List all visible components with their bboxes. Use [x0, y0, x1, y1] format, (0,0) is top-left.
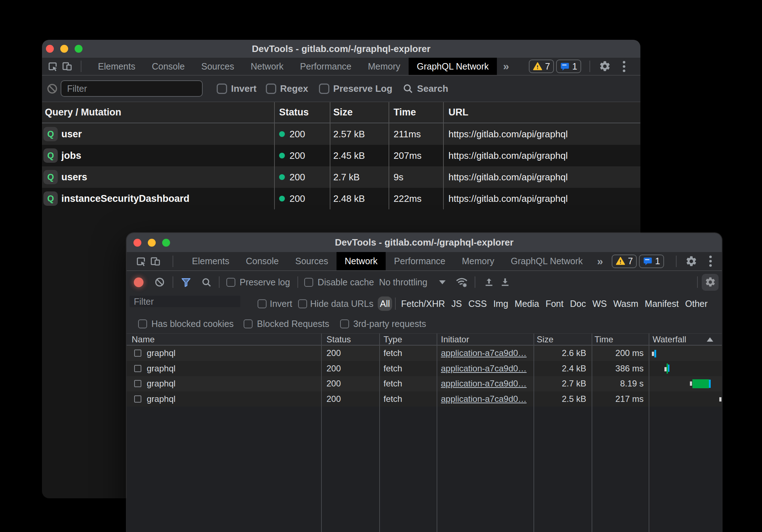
- col-time[interactable]: Time: [592, 334, 649, 345]
- clear-icon[interactable]: [47, 83, 58, 94]
- col-size[interactable]: Size: [533, 334, 592, 345]
- col-status[interactable]: Status: [321, 334, 379, 345]
- time-value: 9s: [389, 166, 443, 188]
- clear-network-log-icon[interactable]: [155, 277, 165, 287]
- tab-sources[interactable]: Sources: [287, 252, 337, 270]
- filter-chip-css[interactable]: CSS: [468, 299, 486, 309]
- filter-chip-manifest[interactable]: Manifest: [645, 299, 678, 309]
- filter-chip-fetch-xhr[interactable]: Fetch/XHR: [401, 299, 445, 309]
- tab-network[interactable]: Network: [243, 58, 292, 75]
- chevron-down-icon[interactable]: [439, 280, 446, 284]
- tab-graphql-network[interactable]: GraphQL Network: [503, 252, 591, 270]
- initiator-link[interactable]: application-a7ca9d0…: [441, 348, 527, 358]
- import-har-icon[interactable]: [484, 277, 494, 288]
- throttling-select[interactable]: No throttling: [379, 277, 427, 288]
- tab-memory[interactable]: Memory: [453, 252, 502, 270]
- tab-console[interactable]: Console: [237, 252, 287, 270]
- col-name[interactable]: Name: [127, 334, 321, 345]
- filter-chip-img[interactable]: Img: [493, 299, 508, 309]
- blocked-requests-checkbox[interactable]: [244, 319, 253, 328]
- filter-chip-all[interactable]: All: [378, 296, 392, 311]
- row-checkbox[interactable]: [134, 395, 141, 403]
- invert-checkbox[interactable]: [258, 299, 267, 308]
- menu-kebab-icon[interactable]: [709, 256, 712, 267]
- inspect-element-icon[interactable]: [47, 61, 58, 72]
- back-filter-input[interactable]: Filter: [61, 80, 203, 97]
- table-row[interactable]: Qjobs 200 2.45 kB 207ms https://gitlab.c…: [42, 145, 640, 166]
- back-titlebar[interactable]: DevTools - gitlab.com/-/graphql-explorer: [42, 40, 640, 58]
- initiator-link[interactable]: application-a7ca9d0…: [441, 364, 527, 374]
- tab-performance[interactable]: Performance: [292, 58, 359, 75]
- url-value: https://gitlab.com/api/graphql: [443, 123, 640, 145]
- request-row[interactable]: graphql 200 fetch application-a7ca9d0… 2…: [127, 391, 722, 407]
- filter-icon[interactable]: [180, 277, 192, 288]
- sort-ascending-icon: [707, 337, 713, 342]
- device-toolbar-icon[interactable]: [150, 256, 161, 267]
- inspect-element-icon[interactable]: [136, 256, 146, 267]
- filter-chip-doc[interactable]: Doc: [570, 299, 586, 309]
- tab-network[interactable]: Network: [337, 252, 386, 270]
- tab-performance[interactable]: Performance: [386, 252, 453, 270]
- front-issues-badge[interactable]: 1: [639, 255, 664, 268]
- hide-data-urls-checkbox[interactable]: [298, 299, 307, 308]
- filter-chip-other[interactable]: Other: [685, 299, 708, 309]
- col-time[interactable]: Time: [389, 102, 443, 123]
- regex-checkbox[interactable]: [266, 84, 276, 94]
- has-blocked-cookies-checkbox[interactable]: [138, 319, 147, 328]
- col-type[interactable]: Type: [379, 334, 437, 345]
- network-conditions-icon[interactable]: [455, 276, 468, 289]
- row-checkbox[interactable]: [134, 365, 141, 372]
- tab-sources[interactable]: Sources: [193, 58, 243, 75]
- col-status[interactable]: Status: [274, 102, 330, 123]
- network-filter-input[interactable]: Filter: [130, 296, 240, 307]
- col-query-mutation[interactable]: Query / Mutation: [42, 102, 274, 123]
- third-party-requests-checkbox[interactable]: [340, 319, 349, 328]
- request-row[interactable]: graphql 200 fetch application-a7ca9d0… 2…: [127, 346, 722, 361]
- col-url[interactable]: URL: [443, 102, 640, 123]
- network-settings-button[interactable]: [702, 274, 719, 291]
- blocked-requests-label: Blocked Requests: [257, 319, 329, 329]
- tab-graphql-network[interactable]: GraphQL Network: [409, 58, 497, 75]
- request-row[interactable]: graphql 200 fetch application-a7ca9d0… 2…: [127, 361, 722, 376]
- initiator-link[interactable]: application-a7ca9d0…: [441, 394, 527, 404]
- device-toolbar-icon[interactable]: [62, 61, 72, 72]
- front-warnings-badge[interactable]: 7: [612, 255, 637, 268]
- record-button[interactable]: [134, 277, 144, 287]
- more-tabs-icon[interactable]: »: [597, 255, 603, 267]
- export-har-icon[interactable]: [500, 277, 511, 288]
- table-row[interactable]: Qusers 200 2.7 kB 9s https://gitlab.com/…: [42, 166, 640, 188]
- initiator-link[interactable]: application-a7ca9d0…: [441, 379, 527, 389]
- menu-kebab-icon[interactable]: [623, 61, 625, 72]
- request-type: fetch: [379, 346, 437, 361]
- col-waterfall[interactable]: Waterfall: [649, 334, 722, 345]
- col-size[interactable]: Size: [330, 102, 389, 123]
- disable-cache-checkbox[interactable]: [304, 278, 313, 287]
- request-row[interactable]: graphql 200 fetch application-a7ca9d0… 2…: [127, 376, 722, 391]
- more-tabs-icon[interactable]: »: [503, 60, 509, 72]
- filter-chip-media[interactable]: Media: [515, 299, 539, 309]
- filter-chip-wasm[interactable]: Wasm: [613, 299, 638, 309]
- tab-elements[interactable]: Elements: [90, 58, 144, 75]
- col-initiator[interactable]: Initiator: [437, 334, 533, 345]
- tab-memory[interactable]: Memory: [359, 58, 408, 75]
- back-warnings-badge[interactable]: 7: [529, 60, 554, 73]
- search-icon[interactable]: [403, 83, 413, 94]
- filter-chip-js[interactable]: JS: [451, 299, 462, 309]
- row-checkbox[interactable]: [134, 380, 141, 387]
- table-row[interactable]: Quser 200 2.57 kB 211ms https://gitlab.c…: [42, 123, 640, 145]
- filter-chip-ws[interactable]: WS: [592, 299, 607, 309]
- invert-checkbox[interactable]: [217, 84, 227, 94]
- tab-elements[interactable]: Elements: [184, 252, 237, 270]
- search-icon[interactable]: [201, 277, 212, 288]
- settings-gear-icon[interactable]: [685, 255, 697, 267]
- preserve-log-checkbox[interactable]: [226, 278, 235, 287]
- back-issues-badge[interactable]: 1: [556, 60, 581, 73]
- table-row[interactable]: QinstanceSecurityDashboard 200 2.48 kB 2…: [42, 188, 640, 209]
- divider: [219, 276, 220, 288]
- tab-console[interactable]: Console: [144, 58, 193, 75]
- settings-gear-icon[interactable]: [599, 60, 611, 72]
- preserve-log-checkbox[interactable]: [319, 84, 329, 94]
- row-checkbox[interactable]: [134, 350, 141, 357]
- filter-chip-font[interactable]: Font: [546, 299, 564, 309]
- front-titlebar[interactable]: DevTools - gitlab.com/-/graphql-explorer: [127, 233, 722, 252]
